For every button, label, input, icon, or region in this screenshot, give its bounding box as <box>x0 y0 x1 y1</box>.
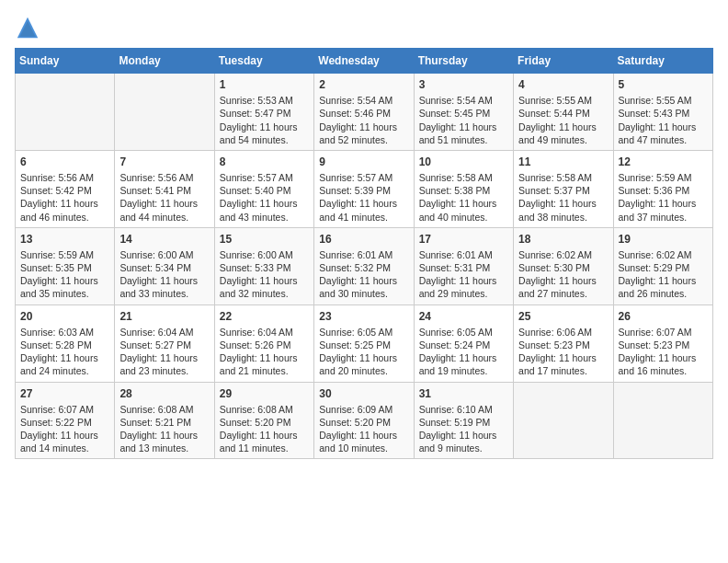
calendar-cell: 14Sunrise: 6:00 AMSunset: 5:34 PMDayligh… <box>115 227 214 304</box>
day-info: Sunset: 5:32 PM <box>319 261 408 274</box>
calendar-cell: 7Sunrise: 5:56 AMSunset: 5:41 PMDaylight… <box>115 150 214 227</box>
day-info: Sunrise: 6:05 AM <box>419 326 508 339</box>
day-info: Sunset: 5:25 PM <box>319 339 408 351</box>
day-number: 22 <box>220 309 309 324</box>
weekday-header-monday: Monday <box>115 49 214 74</box>
day-info: Daylight: 11 hours and 20 minutes. <box>319 351 408 377</box>
day-info: Daylight: 11 hours and 23 minutes. <box>119 351 209 377</box>
day-info: Sunrise: 5:55 AM <box>518 94 608 107</box>
day-info: Daylight: 11 hours and 24 minutes. <box>20 351 109 377</box>
calendar-cell: 6Sunrise: 5:56 AMSunset: 5:42 PMDaylight… <box>16 150 115 227</box>
day-info: Sunset: 5:41 PM <box>119 184 209 197</box>
day-info: Sunset: 5:26 PM <box>220 339 309 351</box>
calendar-cell: 5Sunrise: 5:55 AMSunset: 5:43 PMDaylight… <box>613 74 712 151</box>
day-number: 2 <box>319 77 408 92</box>
week-row-3: 13Sunrise: 5:59 AMSunset: 5:35 PMDayligh… <box>16 227 713 304</box>
day-info: Sunset: 5:35 PM <box>20 261 109 274</box>
day-info: Daylight: 11 hours and 16 minutes. <box>619 351 708 377</box>
day-number: 8 <box>220 155 309 169</box>
day-info: Daylight: 11 hours and 35 minutes. <box>20 274 109 300</box>
day-number: 28 <box>119 386 209 401</box>
day-info: Sunrise: 6:00 AM <box>220 248 309 261</box>
day-info: Sunrise: 5:55 AM <box>619 94 708 107</box>
calendar-cell: 23Sunrise: 6:05 AMSunset: 5:25 PMDayligh… <box>314 304 414 382</box>
day-info: Daylight: 11 hours and 29 minutes. <box>419 274 508 300</box>
day-number: 5 <box>619 77 708 92</box>
day-info: Sunrise: 5:59 AM <box>20 248 109 261</box>
day-info: Sunrise: 5:54 AM <box>319 94 408 107</box>
day-number: 16 <box>319 232 408 247</box>
day-info: Daylight: 11 hours and 46 minutes. <box>20 197 109 223</box>
day-number: 12 <box>619 155 708 169</box>
calendar-cell <box>115 74 214 151</box>
calendar-cell: 12Sunrise: 5:59 AMSunset: 5:36 PMDayligh… <box>613 150 712 227</box>
calendar-cell: 19Sunrise: 6:02 AMSunset: 5:29 PMDayligh… <box>613 227 712 304</box>
day-info: Sunset: 5:28 PM <box>20 339 109 351</box>
day-info: Sunset: 5:46 PM <box>319 107 408 120</box>
day-info: Sunset: 5:24 PM <box>419 339 508 351</box>
day-info: Sunset: 5:27 PM <box>119 339 209 351</box>
day-info: Sunrise: 6:01 AM <box>419 248 508 261</box>
calendar-cell: 20Sunrise: 6:03 AMSunset: 5:28 PMDayligh… <box>16 304 115 382</box>
calendar-cell: 11Sunrise: 5:58 AMSunset: 5:37 PMDayligh… <box>514 150 613 227</box>
week-row-4: 20Sunrise: 6:03 AMSunset: 5:28 PMDayligh… <box>16 304 713 382</box>
calendar-cell: 17Sunrise: 6:01 AMSunset: 5:31 PMDayligh… <box>414 227 513 304</box>
day-info: Sunrise: 6:07 AM <box>619 326 708 339</box>
day-info: Daylight: 11 hours and 43 minutes. <box>220 197 309 223</box>
day-info: Daylight: 11 hours and 21 minutes. <box>220 351 309 377</box>
week-row-5: 27Sunrise: 6:07 AMSunset: 5:22 PMDayligh… <box>16 382 713 459</box>
day-number: 4 <box>518 77 608 92</box>
day-number: 9 <box>319 155 408 169</box>
day-number: 24 <box>419 309 508 324</box>
day-info: Daylight: 11 hours and 9 minutes. <box>419 429 508 454</box>
day-info: Sunset: 5:43 PM <box>619 107 708 120</box>
day-info: Sunrise: 6:05 AM <box>319 326 408 339</box>
day-info: Sunset: 5:47 PM <box>220 107 309 120</box>
calendar-cell <box>16 74 115 151</box>
day-info: Sunset: 5:22 PM <box>20 416 109 429</box>
day-info: Sunset: 5:37 PM <box>518 184 608 197</box>
day-info: Sunset: 5:21 PM <box>119 416 209 429</box>
day-number: 23 <box>319 309 408 324</box>
calendar-cell: 26Sunrise: 6:07 AMSunset: 5:23 PMDayligh… <box>613 304 712 382</box>
calendar-cell: 31Sunrise: 6:10 AMSunset: 5:19 PMDayligh… <box>414 382 513 459</box>
calendar-cell: 2Sunrise: 5:54 AMSunset: 5:46 PMDaylight… <box>314 74 414 151</box>
day-info: Sunrise: 5:57 AM <box>220 171 309 184</box>
day-info: Daylight: 11 hours and 19 minutes. <box>419 351 508 377</box>
calendar-table: SundayMondayTuesdayWednesdayThursdayFrid… <box>15 48 713 459</box>
day-info: Sunrise: 5:59 AM <box>619 171 708 184</box>
day-info: Sunset: 5:34 PM <box>119 261 209 274</box>
day-info: Sunrise: 6:06 AM <box>518 326 608 339</box>
calendar-cell: 27Sunrise: 6:07 AMSunset: 5:22 PMDayligh… <box>16 382 115 459</box>
day-info: Daylight: 11 hours and 49 minutes. <box>518 121 608 146</box>
calendar-cell: 13Sunrise: 5:59 AMSunset: 5:35 PMDayligh… <box>16 227 115 304</box>
day-info: Daylight: 11 hours and 51 minutes. <box>419 121 508 146</box>
day-info: Daylight: 11 hours and 32 minutes. <box>220 274 309 300</box>
day-number: 15 <box>220 232 309 247</box>
calendar-cell: 4Sunrise: 5:55 AMSunset: 5:44 PMDaylight… <box>514 74 613 151</box>
day-info: Daylight: 11 hours and 11 minutes. <box>220 429 309 454</box>
day-number: 11 <box>518 155 608 169</box>
day-number: 17 <box>419 232 508 247</box>
day-info: Sunset: 5:23 PM <box>619 339 708 351</box>
calendar-cell: 24Sunrise: 6:05 AMSunset: 5:24 PMDayligh… <box>414 304 513 382</box>
weekday-header-sunday: Sunday <box>16 49 115 74</box>
weekday-header-wednesday: Wednesday <box>314 49 414 74</box>
calendar-cell: 16Sunrise: 6:01 AMSunset: 5:32 PMDayligh… <box>314 227 414 304</box>
day-number: 1 <box>220 77 309 92</box>
logo-icon <box>15 15 40 40</box>
day-info: Sunrise: 6:02 AM <box>619 248 708 261</box>
day-number: 14 <box>119 232 209 247</box>
calendar-cell: 25Sunrise: 6:06 AMSunset: 5:23 PMDayligh… <box>514 304 613 382</box>
weekday-header-row: SundayMondayTuesdayWednesdayThursdayFrid… <box>16 49 713 74</box>
day-info: Sunrise: 5:53 AM <box>220 94 309 107</box>
week-row-1: 1Sunrise: 5:53 AMSunset: 5:47 PMDaylight… <box>16 74 713 151</box>
day-info: Sunrise: 6:09 AM <box>319 403 408 416</box>
day-info: Sunset: 5:36 PM <box>619 184 708 197</box>
day-info: Daylight: 11 hours and 27 minutes. <box>518 274 608 300</box>
day-number: 6 <box>20 155 109 169</box>
day-info: Sunset: 5:20 PM <box>220 416 309 429</box>
day-info: Sunrise: 5:56 AM <box>119 171 209 184</box>
day-info: Daylight: 11 hours and 38 minutes. <box>518 197 608 223</box>
day-info: Sunrise: 6:04 AM <box>220 326 309 339</box>
